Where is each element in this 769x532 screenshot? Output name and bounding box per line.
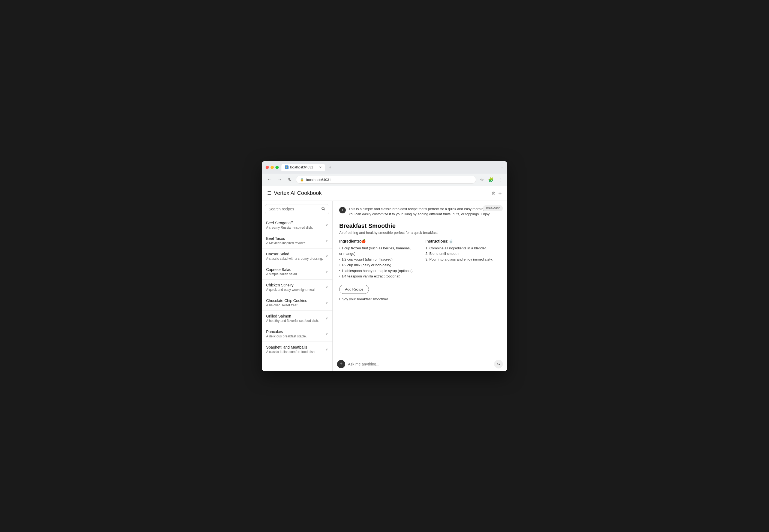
export-button[interactable]: ⎋ xyxy=(492,190,495,196)
instruction-item: 2. Blend until smooth. xyxy=(426,251,501,257)
recipe-list-item[interactable]: Chicken Stir-Fry A quick and easy weekni… xyxy=(262,280,332,295)
maximize-button[interactable] xyxy=(275,166,279,169)
recipe-item-content: Chocolate Chip Cookies A beloved sweet t… xyxy=(266,298,325,307)
recipe-item-desc: A beloved sweet treat. xyxy=(266,303,325,307)
recipe-list-item[interactable]: Beef Tacos A Mexican-inspired favorite. … xyxy=(262,233,332,249)
recipe-item-content: Caprese Salad A simple Italian salad. xyxy=(266,267,325,276)
recipe-list-item[interactable]: Grilled Salmon A healthy and flavorful s… xyxy=(262,311,332,326)
recipe-columns: Ingredients:🍎 • 1 cup frozen fruit (such… xyxy=(339,239,501,280)
recipe-item-desc: A creamy Russian-inspired dish. xyxy=(266,226,325,229)
search-box[interactable] xyxy=(265,204,329,214)
plus-icon[interactable]: + xyxy=(339,207,346,213)
recipe-item-content: Beef Tacos A Mexican-inspired favorite. xyxy=(266,236,325,245)
tab-bar: ⚡ localhost:64031 ✕ + xyxy=(281,164,498,171)
toolbar-actions: ☆ 🧩 ⋮ xyxy=(479,176,504,183)
header-actions: ⎋ + xyxy=(492,190,502,197)
recipe-list-item[interactable]: Caprese Salad A simple Italian salad. ∨ xyxy=(262,264,332,280)
ingredient-item: • 1/2 cup milk (dairy or non-dairy) xyxy=(339,262,415,268)
recipe-item-desc: A healthy and flavorful seafood dish. xyxy=(266,319,325,323)
reload-button[interactable]: ↻ xyxy=(286,176,293,183)
chat-input-area: + ↪ xyxy=(333,357,507,371)
ingredient-item: • 1 tablespoon honey or maple syrup (opt… xyxy=(339,268,415,274)
chat-input[interactable] xyxy=(348,362,492,366)
recipe-list-item[interactable]: Spaghetti and Meatballs A classic Italia… xyxy=(262,342,332,357)
bookmark-button[interactable]: ☆ xyxy=(479,176,485,183)
ingredient-item: • 1/4 teaspoon vanilla extract (optional… xyxy=(339,274,415,279)
minimize-button[interactable] xyxy=(270,166,274,169)
chevron-down-icon: ∨ xyxy=(325,285,328,289)
chat-send-button[interactable]: ↪ xyxy=(494,360,503,368)
browser-window: ⚡ localhost:64031 ✕ + ⌄ ← → ↻ 🔒 localhos… xyxy=(262,161,507,371)
url-display: localhost:64031 xyxy=(306,178,331,182)
app-header: ☰ Vertex AI Cookbook ⎋ + xyxy=(262,186,507,201)
recipe-item-desc: A classic Italian comfort food dish. xyxy=(266,350,325,354)
instructions-list: 1. Combine all ingredients in a blender.… xyxy=(426,246,501,262)
svg-point-0 xyxy=(322,207,324,210)
browser-menu-button[interactable]: ⋮ xyxy=(497,176,504,183)
address-bar[interactable]: 🔒 localhost:64031 xyxy=(296,176,476,184)
window-controls: ⌄ xyxy=(501,165,504,169)
recipe-item-name: Chicken Stir-Fry xyxy=(266,283,325,287)
recipe-item-name: Spaghetti and Meatballs xyxy=(266,345,325,349)
recipe-item-name: Chocolate Chip Cookies xyxy=(266,298,325,303)
search-icon xyxy=(321,207,325,212)
recipe-list-item[interactable]: Caesar Salad A classic salad with a crea… xyxy=(262,249,332,264)
chevron-down-icon: ∨ xyxy=(325,301,328,305)
add-button[interactable]: + xyxy=(498,190,502,197)
close-button[interactable] xyxy=(265,166,269,169)
sidebar: Beef Stroganoff A creamy Russian-inspire… xyxy=(262,201,333,371)
active-tab[interactable]: ⚡ localhost:64031 ✕ xyxy=(281,164,325,171)
recipe-list: Beef Stroganoff A creamy Russian-inspire… xyxy=(262,217,332,371)
recipe-list-item[interactable]: Chocolate Chip Cookies A beloved sweet t… xyxy=(262,295,332,311)
ingredients-header: Ingredients:🍎 xyxy=(339,239,415,243)
recipe-item-content: Pancakes A delicious breakfast staple. xyxy=(266,330,325,338)
chevron-down-icon: ∨ xyxy=(325,316,328,320)
chevron-down-icon: ∨ xyxy=(325,332,328,336)
tab-close-icon[interactable]: ✕ xyxy=(319,165,322,169)
add-recipe-button[interactable]: Add Recipe xyxy=(339,285,369,294)
instruction-item: 1. Combine all ingredients in a blender. xyxy=(426,246,501,251)
tab-favicon: ⚡ xyxy=(285,165,288,169)
back-button[interactable]: ← xyxy=(265,176,273,183)
recipe-subtitle: A refreshing and healthy smoothie perfec… xyxy=(339,231,501,235)
app-title: Vertex AI Cookbook xyxy=(274,190,492,196)
chat-add-button[interactable]: + xyxy=(337,360,345,368)
breakfast-tag: breakfast xyxy=(483,205,503,211)
recipe-item-desc: A quick and easy weeknight meal. xyxy=(266,288,325,292)
recipe-content: + This is a simple and classic breakfast… xyxy=(333,201,507,310)
extension-button[interactable]: 🧩 xyxy=(487,176,495,183)
hamburger-menu-button[interactable]: ☰ xyxy=(267,189,274,197)
chevron-down-icon: ∨ xyxy=(325,254,328,258)
recipe-item-content: Caesar Salad A classic salad with a crea… xyxy=(266,252,325,261)
content-area: breakfast + This is a simple and classic… xyxy=(333,201,507,357)
instructions-column: Instructions:🍵 1. Combine all ingredient… xyxy=(426,239,501,280)
recipe-item-content: Grilled Salmon A healthy and flavorful s… xyxy=(266,314,325,323)
tab-label: localhost:64031 xyxy=(290,165,313,169)
main-content: breakfast + This is a simple and classic… xyxy=(333,201,507,371)
main-layout: Beef Stroganoff A creamy Russian-inspire… xyxy=(262,201,507,371)
ingredients-list: • 1 cup frozen fruit (such as berries, b… xyxy=(339,246,415,280)
forward-button[interactable]: → xyxy=(276,176,283,183)
recipe-item-content: Spaghetti and Meatballs A classic Italia… xyxy=(266,345,325,354)
traffic-lights xyxy=(265,166,279,169)
recipe-item-name: Beef Tacos xyxy=(266,236,325,241)
chevron-down-icon: ∨ xyxy=(325,347,328,351)
svg-line-1 xyxy=(324,209,325,210)
chevron-down-icon: ∨ xyxy=(325,239,328,243)
ingredient-item: • 1/2 cup yogurt (plain or flavored) xyxy=(339,257,415,262)
search-input[interactable] xyxy=(268,207,319,211)
intro-section: + This is a simple and classic breakfast… xyxy=(339,206,501,217)
ingredients-column: Ingredients:🍎 • 1 cup frozen fruit (such… xyxy=(339,239,415,280)
recipe-list-item[interactable]: Pancakes A delicious breakfast staple. ∨ xyxy=(262,326,332,342)
recipe-title: Breakfast Smoothie xyxy=(339,222,501,229)
recipe-item-name: Beef Stroganoff xyxy=(266,221,325,225)
footer-text: Enjoy your breakfast smoothie! xyxy=(339,297,501,301)
instruction-item: 3. Pour into a glass and enjoy immediate… xyxy=(426,257,501,262)
new-tab-button[interactable]: + xyxy=(327,164,333,171)
recipe-list-item[interactable]: Beef Stroganoff A creamy Russian-inspire… xyxy=(262,217,332,233)
browser-titlebar: ⚡ localhost:64031 ✕ + ⌄ xyxy=(262,161,507,174)
recipe-item-name: Grilled Salmon xyxy=(266,314,325,318)
intro-text: This is a simple and classic breakfast r… xyxy=(348,206,501,217)
browser-toolbar: ← → ↻ 🔒 localhost:64031 ☆ 🧩 ⋮ xyxy=(262,174,507,186)
recipe-item-desc: A simple Italian salad. xyxy=(266,272,325,276)
